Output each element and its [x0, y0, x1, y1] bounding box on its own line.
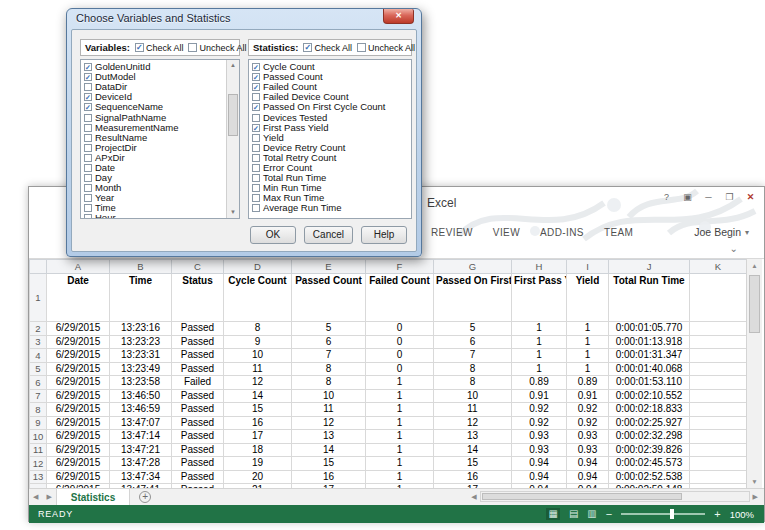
cell[interactable]: 0.93: [512, 430, 567, 444]
row-number[interactable]: 13: [30, 470, 47, 484]
ok-button[interactable]: OK: [250, 226, 296, 244]
cell[interactable]: 5: [292, 322, 366, 336]
cell[interactable]: [690, 416, 747, 430]
scroll-right-icon[interactable]: ▶: [753, 493, 758, 501]
field-header[interactable]: First Pass Yield: [512, 274, 567, 322]
ribbon-tab-team[interactable]: TEAM: [604, 227, 633, 238]
checkbox-item[interactable]: Average Run Time: [251, 203, 411, 213]
column-header-A[interactable]: A: [47, 260, 110, 274]
checkbox[interactable]: ✓: [252, 83, 260, 91]
checkbox[interactable]: [84, 83, 92, 91]
zoom-level[interactable]: 100%: [730, 509, 754, 520]
field-header[interactable]: Date: [47, 274, 110, 322]
column-header-H[interactable]: H: [512, 260, 567, 274]
checkbox[interactable]: [84, 184, 92, 192]
cell[interactable]: 7: [292, 349, 366, 363]
cell[interactable]: [690, 389, 747, 403]
checkbox[interactable]: ✓: [252, 103, 260, 111]
page-layout-view-icon[interactable]: ▤: [569, 508, 578, 520]
cell[interactable]: 13:47:21: [110, 443, 172, 457]
cell[interactable]: [690, 362, 747, 376]
cell[interactable]: 13:46:50: [110, 389, 172, 403]
cell[interactable]: 1: [366, 443, 434, 457]
column-header-B[interactable]: B: [110, 260, 172, 274]
checkbox[interactable]: [252, 93, 260, 101]
cancel-button[interactable]: Cancel: [304, 226, 353, 244]
statistics-uncheck-all[interactable]: Uncheck All: [357, 43, 415, 53]
row-number[interactable]: 7: [30, 389, 47, 403]
checkbox[interactable]: [84, 214, 92, 219]
cell[interactable]: Passed: [172, 389, 224, 403]
checkbox[interactable]: [252, 194, 260, 202]
cell[interactable]: 6/29/2015: [47, 376, 110, 390]
cell[interactable]: [690, 335, 747, 349]
checkbox[interactable]: ✓: [84, 63, 92, 71]
cell[interactable]: Passed: [172, 362, 224, 376]
cell[interactable]: 10: [434, 389, 512, 403]
row-number[interactable]: 3: [30, 335, 47, 349]
cell[interactable]: Passed: [172, 322, 224, 336]
cell[interactable]: 1: [512, 349, 567, 363]
cell[interactable]: 0.89: [567, 376, 609, 390]
cell[interactable]: 12: [292, 416, 366, 430]
cell[interactable]: 19: [224, 457, 292, 471]
cell[interactable]: 1: [366, 457, 434, 471]
cell[interactable]: 6/29/2015: [47, 457, 110, 471]
checkbox[interactable]: [252, 144, 260, 152]
column-header-F[interactable]: F: [366, 260, 434, 274]
scroll-left-icon[interactable]: ◀: [471, 493, 476, 501]
cell[interactable]: 0:00:01:53.110: [609, 376, 690, 390]
cell[interactable]: Failed: [172, 376, 224, 390]
field-header[interactable]: Passed On First Cycle Count: [434, 274, 512, 322]
cell[interactable]: 17: [224, 430, 292, 444]
field-header[interactable]: Yield: [567, 274, 609, 322]
column-header-J[interactable]: J: [609, 260, 690, 274]
checkbox[interactable]: [252, 114, 260, 122]
cell[interactable]: 11: [224, 362, 292, 376]
cell[interactable]: 8: [292, 376, 366, 390]
column-header-G[interactable]: G: [434, 260, 512, 274]
zoom-slider-thumb[interactable]: [670, 509, 674, 519]
variables-check-all-checkbox[interactable]: ✓: [135, 43, 144, 52]
checkbox[interactable]: [252, 204, 260, 212]
scroll-up-icon[interactable]: ▲: [227, 60, 239, 71]
checkbox-item[interactable]: Hour: [83, 213, 239, 219]
cell[interactable]: 11: [292, 403, 366, 417]
cell[interactable]: 0:00:02:18.833: [609, 403, 690, 417]
cell[interactable]: 13: [292, 430, 366, 444]
cell[interactable]: 0: [366, 362, 434, 376]
cell[interactable]: 6: [292, 335, 366, 349]
statistics-uncheck-all-checkbox[interactable]: [357, 43, 366, 52]
cell[interactable]: 13: [434, 430, 512, 444]
checkbox[interactable]: [252, 164, 260, 172]
column-header-D[interactable]: D: [224, 260, 292, 274]
row-number[interactable]: 1: [30, 274, 47, 322]
cell[interactable]: Passed: [172, 457, 224, 471]
cell[interactable]: 13:23:16: [110, 322, 172, 336]
cell[interactable]: 0.92: [512, 403, 567, 417]
cell[interactable]: Passed: [172, 430, 224, 444]
column-header-I[interactable]: I: [567, 260, 609, 274]
close-icon[interactable]: ✕: [742, 190, 759, 204]
user-account[interactable]: Joe Begin ▾: [694, 226, 749, 238]
cell[interactable]: 12: [434, 416, 512, 430]
cell[interactable]: Passed: [172, 443, 224, 457]
field-header[interactable]: Time: [110, 274, 172, 322]
cell[interactable]: 18: [224, 443, 292, 457]
statistics-check-all-checkbox[interactable]: ✓: [303, 43, 312, 52]
cell[interactable]: 1: [366, 416, 434, 430]
cell[interactable]: 13:47:34: [110, 470, 172, 484]
statistics-check-all[interactable]: ✓ Check All: [303, 43, 352, 53]
cell[interactable]: 13:47:28: [110, 457, 172, 471]
cell[interactable]: 0.94: [567, 470, 609, 484]
checkbox[interactable]: [252, 184, 260, 192]
field-header[interactable]: Failed Count: [366, 274, 434, 322]
row-number[interactable]: 2: [30, 322, 47, 336]
cell[interactable]: 0:00:02:25.927: [609, 416, 690, 430]
field-header[interactable]: [690, 274, 747, 322]
cell[interactable]: 0:00:02:39.826: [609, 443, 690, 457]
ribbon-tab-view[interactable]: VIEW: [493, 227, 520, 238]
checkbox[interactable]: [84, 174, 92, 182]
dialog-close-icon[interactable]: ✕: [383, 9, 414, 24]
cell[interactable]: 0.91: [567, 389, 609, 403]
